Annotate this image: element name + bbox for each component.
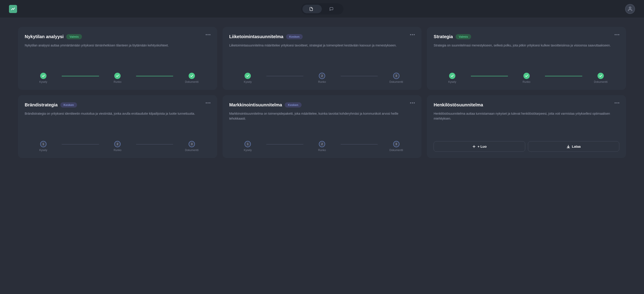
card-title-row: Nykytilan analyysi Valmis [25,34,82,39]
card-title: Brändistrategia [25,102,58,107]
step-circle-done [598,73,604,79]
step-item: Dokumentti [582,73,619,83]
step-connector [136,144,173,145]
card-title: Nykytilan analyysi [25,34,64,39]
svg-point-0 [629,7,631,9]
nav-tyokalut[interactable] [302,5,322,13]
step-label: Runko [318,149,326,152]
step-circle-num: 3 [188,141,195,147]
more-menu-button[interactable] [410,102,415,103]
card-brandistrategia: Brändistrategia Kesken Brändistrategia o… [18,95,217,158]
step-circle-num: 3 [393,73,400,79]
step-circle-done [449,73,456,79]
step-label: Dokumentti [185,80,199,83]
more-menu-button[interactable] [206,102,210,103]
card-actions: + LuoLataa [434,141,619,152]
nav-chat[interactable] [323,5,342,13]
step-circle-num: 1 [40,141,46,147]
card-title: Markkinointisuunnitelma [229,102,282,107]
plus-icon [472,145,476,148]
download-icon [566,145,570,148]
header [0,0,644,18]
cards-grid: Nykytilan analyysi Valmis Nykytilan anal… [18,27,626,158]
steps-row: Kysely Runko Dokumentti [25,73,210,83]
step-item: Runko [99,73,136,83]
step-item: Kysely [434,73,471,83]
step-item: 1 Kysely [229,141,266,152]
card-markkinointisuunnitelma: Markkinointisuunnitelma Kesken Markkinoi… [222,95,422,158]
steps-row: Kysely Runko Dokumentti [434,73,619,83]
step-circle-num: 2 [114,141,120,147]
card-title-row: Liiketoimintasuunnitelma Kesken [229,34,303,39]
main-content: Nykytilan analyysi Valmis Nykytilan anal… [0,18,644,167]
card-description: Brändistrategia on yrityksesi identiteet… [25,111,210,136]
card-henkilostosuunnitelma: Henkilöstösuunnitelma Henkilöstösuunnite… [427,95,626,158]
card-strategia: Strategia Valmis Strategia on suunnitelm… [427,27,626,90]
create-button[interactable]: + Luo [434,141,525,152]
card-liiketoimintasuunnitelma: Liiketoimintasuunnitelma Kesken Liiketoi… [222,27,422,90]
step-label: Kysely [39,80,47,83]
step-item: Kysely [229,73,266,83]
step-connector [341,76,378,76]
card-header: Nykytilan analyysi Valmis [25,34,210,39]
steps-row: 1 Kysely 2 Runko 3 Dokumentti [25,141,210,152]
more-menu-button[interactable] [614,102,619,103]
steps-row: 1 Kysely 2 Runko 3 Dokumentti [229,141,415,152]
step-item: Runko [508,73,545,83]
card-title-row: Brändistrategia Kesken [25,102,77,107]
step-item: 1 Kysely [25,141,62,152]
card-description: Nykytilan analyysi auttaa ymmärtämään yr… [25,43,210,67]
more-menu-button[interactable] [410,34,415,35]
steps-row: Kysely 2 Runko 3 Dokumentti [229,73,415,83]
step-label: Dokumentti [389,80,403,83]
step-connector [62,144,99,145]
step-label: Kysely [39,149,47,152]
download-button[interactable]: Lataa [528,141,619,152]
card-title: Liiketoimintasuunnitelma [229,34,284,39]
step-connector [471,76,508,76]
step-connector [341,144,378,145]
card-description: Henkilöstösuunnitelma auttaa tunnistamaa… [434,111,619,136]
step-item: Dokumentti [173,73,210,83]
step-label: Dokumentti [594,80,608,83]
step-item: 3 Dokumentti [378,141,415,152]
card-header: Strategia Valmis [434,34,619,39]
step-circle-num: 2 [319,141,325,147]
step-item: Kysely [25,73,62,83]
card-title-row: Henkilöstösuunnitelma [434,102,483,107]
step-label: Kysely [244,149,252,152]
step-circle-done [114,73,120,79]
step-label: Kysely [448,80,456,83]
step-connector [545,76,582,76]
card-title: Strategia [434,34,453,39]
card-nykytilan-analyysi: Nykytilan analyysi Valmis Nykytilan anal… [18,27,217,90]
step-circle-done [188,73,195,79]
step-item: 2 Runko [303,73,340,83]
step-circle-done [244,73,251,79]
step-label: Dokumentti [389,149,403,152]
logo [9,5,19,13]
chat-icon [330,7,334,11]
step-circle-num: 2 [319,73,325,79]
step-item: 3 Dokumentti [173,141,210,152]
card-header: Henkilöstösuunnitelma [434,102,619,107]
step-connector [136,76,173,76]
step-label: Dokumentti [185,149,199,152]
main-nav [301,3,343,14]
step-connector [62,76,99,76]
card-description: Liiketoimintasuunnitelma määrittelee yri… [229,43,415,67]
logo-icon [9,5,17,13]
step-item: 3 Dokumentti [378,73,415,83]
status-badge: Kesken [60,102,77,107]
user-avatar[interactable] [625,4,635,14]
status-badge: Valmis [456,34,471,39]
more-menu-button[interactable] [206,34,210,35]
step-label: Runko [114,80,122,83]
document-icon [309,7,313,11]
card-header: Brändistrategia Kesken [25,102,210,107]
card-title-row: Strategia Valmis [434,34,471,39]
step-connector [266,144,303,145]
card-description: Strategia on suunnitelmasi menestykseen,… [434,43,619,67]
step-item: 2 Runko [99,141,136,152]
more-menu-button[interactable] [614,34,619,35]
